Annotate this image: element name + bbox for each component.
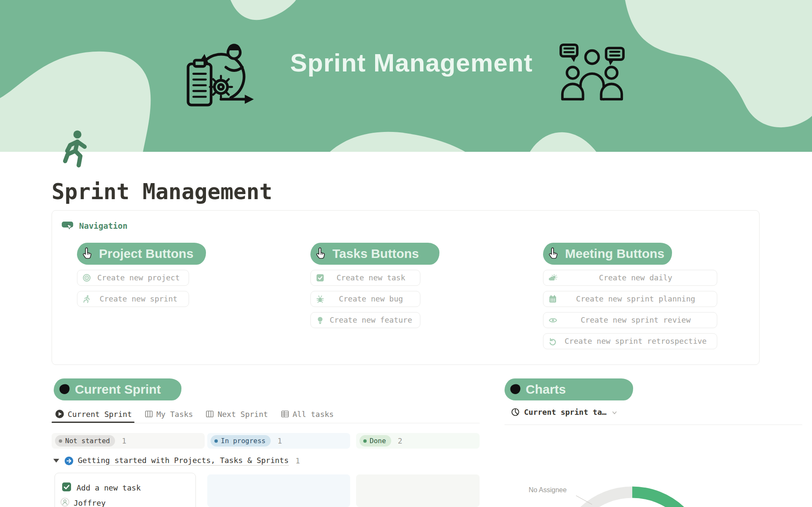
tab-all-tasks[interactable]: All tasks bbox=[281, 410, 334, 419]
donut-label-no-assignee: No Assignee bbox=[529, 486, 567, 494]
banner-title: Sprint Management bbox=[290, 48, 533, 77]
status-chip-in-progress[interactable]: In progress bbox=[211, 435, 271, 447]
section-title: Charts bbox=[526, 382, 566, 397]
task-assignee: Joffrey bbox=[74, 499, 106, 507]
current-sprint-pill[interactable]: Current Sprint bbox=[54, 378, 181, 400]
table-icon bbox=[281, 410, 289, 418]
navigation-header: Navigation bbox=[61, 221, 127, 231]
hand-pointer-icon bbox=[546, 247, 560, 261]
column-in-progress: In progress 1 bbox=[207, 433, 350, 449]
board-icon bbox=[145, 410, 153, 418]
status-chip-not-started[interactable]: Not started bbox=[55, 435, 115, 447]
meeting-buttons-group: Meeting Buttons Create new daily bbox=[543, 243, 717, 349]
create-new-feature-button[interactable]: Create new feature bbox=[310, 312, 420, 328]
task-title: Add a new task bbox=[77, 483, 141, 492]
page-title: Sprint Management bbox=[52, 179, 272, 204]
eye-icon bbox=[549, 316, 557, 325]
black-blob-icon bbox=[510, 384, 521, 395]
task-card[interactable]: Add a new task Joffrey bbox=[55, 473, 196, 507]
assignee-avatar-icon bbox=[60, 498, 69, 507]
create-new-sprint-review-button[interactable]: Create new sprint review bbox=[543, 312, 717, 328]
done-column-area bbox=[356, 474, 480, 507]
create-new-daily-button[interactable]: Create new daily bbox=[543, 270, 717, 286]
tasks-buttons-pill[interactable]: Tasks Buttons bbox=[310, 243, 439, 265]
meeting-buttons-pill[interactable]: Meeting Buttons bbox=[543, 243, 672, 265]
board-icon bbox=[206, 410, 214, 418]
pie-chart-icon bbox=[511, 408, 520, 417]
status-dot bbox=[214, 439, 218, 443]
tab-next-sprint[interactable]: Next Sprint bbox=[206, 410, 268, 419]
sun-cloud-icon bbox=[549, 274, 557, 282]
sprint-group-count: 1 bbox=[296, 456, 300, 465]
arrow-circle-icon bbox=[64, 456, 74, 466]
navigation-label: Navigation bbox=[79, 221, 127, 230]
status-dot bbox=[59, 439, 62, 443]
page-cover-banner: Sprint Management bbox=[0, 0, 812, 152]
create-new-task-button[interactable]: Create new task bbox=[310, 270, 420, 286]
create-new-sprint-retrospective-button[interactable]: Create new sprint retrospective bbox=[543, 333, 717, 349]
meeting-icon bbox=[559, 41, 625, 109]
project-buttons-pill[interactable]: Project Buttons bbox=[77, 243, 206, 265]
navigation-card: Navigation Project Buttons Create new pr… bbox=[52, 210, 760, 365]
page-icon-runner[interactable] bbox=[62, 129, 91, 169]
hand-pointer-icon bbox=[313, 247, 328, 261]
runner-icon bbox=[82, 295, 91, 303]
section-title: Current Sprint bbox=[75, 382, 161, 397]
group-title: Project Buttons bbox=[99, 247, 193, 261]
checked-checkbox-icon[interactable] bbox=[62, 482, 71, 491]
tab-my-tasks[interactable]: My Tasks bbox=[145, 410, 193, 419]
project-buttons-group: Project Buttons Create new project Creat… bbox=[77, 243, 206, 307]
group-title: Tasks Buttons bbox=[332, 247, 419, 261]
status-chip-done[interactable]: Done bbox=[359, 435, 391, 447]
button-cursor-icon bbox=[61, 221, 74, 231]
in-progress-column-area bbox=[207, 474, 350, 507]
create-new-bug-button[interactable]: Create new bug bbox=[310, 291, 420, 307]
column-count: 1 bbox=[122, 436, 126, 445]
create-new-sprint-button[interactable]: Create new sprint bbox=[77, 291, 189, 307]
hand-pointer-icon bbox=[80, 247, 94, 261]
target-icon bbox=[82, 274, 91, 282]
sprint-group-link[interactable]: Getting started with Projects, Tasks & S… bbox=[78, 456, 289, 466]
lightbulb-icon bbox=[316, 316, 324, 324]
sprint-management-page: Sprint Management Sprint Management bbox=[0, 0, 812, 507]
charts-divider bbox=[505, 425, 802, 425]
status-dot bbox=[363, 439, 367, 443]
collapse-triangle-icon[interactable] bbox=[53, 459, 59, 463]
column-done: Done 2 bbox=[356, 433, 480, 449]
column-count: 1 bbox=[277, 436, 282, 445]
black-blob-icon bbox=[59, 384, 70, 395]
bug-icon bbox=[316, 295, 324, 303]
chevron-down-icon bbox=[612, 410, 617, 416]
sprint-agile-icon bbox=[184, 37, 256, 110]
column-not-started: Not started 1 bbox=[52, 433, 205, 449]
tasks-buttons-group: Tasks Buttons Create new task Create new… bbox=[310, 243, 439, 328]
create-new-sprint-planning-button[interactable]: Create new sprint planning bbox=[543, 291, 717, 307]
board-view-tabs: Current Sprint My Tasks Next Sprint All … bbox=[55, 409, 334, 419]
undo-icon bbox=[549, 337, 557, 345]
sprint-group-row: Getting started with Projects, Tasks & S… bbox=[53, 456, 300, 466]
tabs-divider bbox=[52, 423, 480, 423]
create-new-project-button[interactable]: Create new project bbox=[77, 270, 189, 286]
play-circle-icon bbox=[55, 409, 64, 419]
calendar-icon bbox=[549, 295, 557, 303]
tab-current-sprint[interactable]: Current Sprint bbox=[55, 409, 132, 419]
charts-pill[interactable]: Charts bbox=[505, 378, 633, 400]
column-count: 2 bbox=[398, 436, 403, 445]
chart-view-tab[interactable]: Current sprint ta… bbox=[511, 408, 617, 417]
group-title: Meeting Buttons bbox=[565, 247, 664, 261]
checkbox-icon bbox=[316, 274, 324, 282]
